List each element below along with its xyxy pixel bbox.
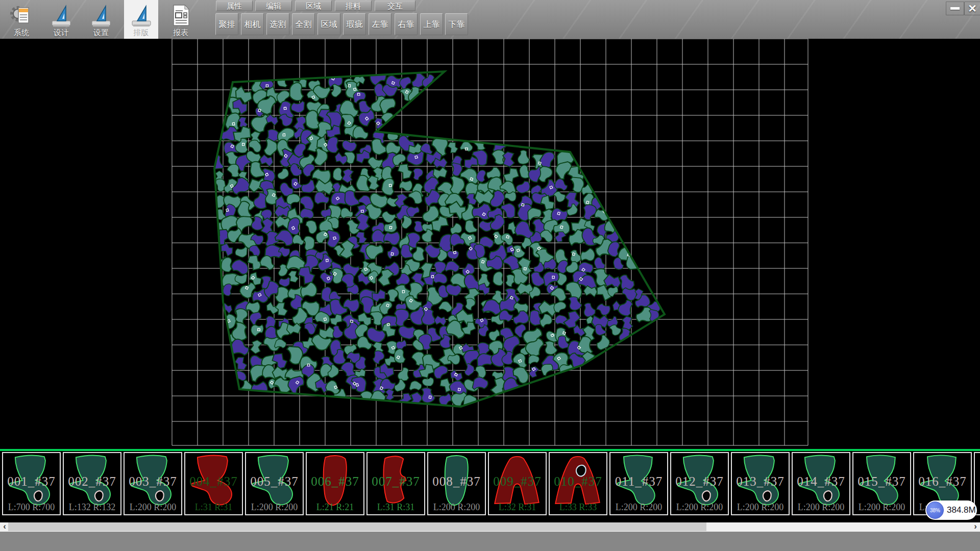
memory-indicator[interactable]: 38% 384.8M <box>925 500 977 520</box>
close-button[interactable]: ✕ <box>964 2 980 15</box>
part-shape <box>733 454 788 513</box>
minimize-button[interactable] <box>946 2 964 15</box>
part-shape <box>308 454 362 513</box>
thumbnail-cell[interactable]: 013_#37L:200 R:200 <box>731 452 790 515</box>
part-shape <box>490 454 545 513</box>
close-icon: ✕ <box>968 3 977 15</box>
application-window: 系统 设计 设置 <box>0 0 980 551</box>
part-shape <box>611 454 666 513</box>
tool-cut-all[interactable]: 全割 <box>292 13 315 35</box>
tool-align-right[interactable]: 右靠 <box>395 13 418 35</box>
menu-edit[interactable]: 编辑 <box>255 1 292 11</box>
thumbnail-cell[interactable]: 005_#37L:200 R:200 <box>245 452 304 515</box>
nav-settings-button[interactable]: 设置 <box>85 0 117 39</box>
thumbnail-cell[interactable]: 014_#37L:200 R:200 <box>792 452 850 515</box>
nav-nesting-label: 排版 <box>134 29 149 37</box>
part-shape <box>247 454 302 513</box>
design-ruler-icon <box>50 3 72 29</box>
thumbnail-cell[interactable]: 003_#37L:200 R:200 <box>124 452 182 515</box>
nav-nesting-button[interactable]: 排版 <box>124 0 158 39</box>
thumbnail-cell[interactable]: 001_#37L:700 R:700 <box>2 452 61 515</box>
minimize-icon <box>950 7 960 10</box>
scroll-right-arrow-icon[interactable]: › <box>971 522 979 531</box>
menu-interactive[interactable]: 交互 <box>375 1 415 11</box>
thumbnail-cell[interactable]: 002_#37L:132 R:132 <box>63 452 121 515</box>
thumbnail-cell[interactable]: 010_#37L:33 R:33 <box>549 452 607 515</box>
nav-system-button[interactable]: 系统 <box>5 0 38 39</box>
progress-badge: 38% <box>926 502 944 519</box>
thumbnail-cell[interactable]: 008_#37L:200 R:200 <box>427 452 486 515</box>
tool-align-bottom[interactable]: 下靠 <box>445 13 468 35</box>
tool-align-left[interactable]: 左靠 <box>369 13 391 35</box>
scroll-left-arrow-icon[interactable]: ‹ <box>1 522 9 531</box>
nav-design-button[interactable]: 设计 <box>45 0 78 39</box>
nav-report-label: 报表 <box>173 29 188 37</box>
gear-system-icon <box>10 3 33 29</box>
thumbnail-cell[interactable]: 004_#37L:31 R:31 <box>184 452 243 515</box>
part-shape <box>369 454 423 513</box>
thumbnail-cell[interactable]: 012_#37L:200 R:200 <box>670 452 729 515</box>
part-shape <box>126 454 180 513</box>
progress-percent: 38% <box>930 508 940 513</box>
part-shape <box>551 454 605 513</box>
nav-system-label: 系统 <box>14 29 29 37</box>
thumbnail-cell[interactable]: 007_#37L:31 R:31 <box>366 452 425 515</box>
thumbnail-cell[interactable]: 006_#37L:21 R:21 <box>306 452 364 515</box>
menu-region[interactable]: 区域 <box>295 1 332 11</box>
tool-defect[interactable]: 瑕疵 <box>343 13 366 35</box>
menu-properties[interactable]: 属性 <box>216 1 253 11</box>
toolbar: 系统 设计 设置 <box>0 0 980 39</box>
part-thumbnail-strip: 001_#37L:700 R:700002_#37L:132 R:132003_… <box>0 451 980 518</box>
tool-align-top[interactable]: 上靠 <box>420 13 443 35</box>
settings-ruler-icon <box>90 3 112 29</box>
tool-region[interactable]: 区域 <box>317 13 340 35</box>
part-shape <box>65 454 119 513</box>
thumbnail-cell[interactable]: 009_#37L:32 R:31 <box>488 452 547 515</box>
part-shape <box>186 454 241 513</box>
nav-settings-label: 设置 <box>93 29 109 37</box>
nesting-ruler-icon <box>130 3 153 29</box>
thumbnail-cell[interactable]: 011_#37L:200 R:200 <box>609 452 668 515</box>
thumbnail-cell[interactable]: 015_#37L:200 R:200 <box>852 452 911 515</box>
part-shape <box>854 454 909 513</box>
part-shape <box>794 454 848 513</box>
nav-report-button[interactable]: 报表 <box>164 0 197 39</box>
report-document-icon <box>169 3 192 29</box>
part-shape <box>429 454 484 513</box>
scrollbar-thumb[interactable] <box>8 522 706 531</box>
status-bar <box>0 531 980 551</box>
part-shape <box>4 454 59 513</box>
horizontal-scrollbar[interactable]: ‹ › <box>0 522 980 531</box>
tool-cluster-nest[interactable]: 聚排 <box>215 13 238 35</box>
part-shape <box>672 454 727 513</box>
part-shape <box>976 454 980 513</box>
nested-parts <box>209 70 661 412</box>
memory-value: 384.8M <box>947 500 976 520</box>
tool-camera[interactable]: 相机 <box>241 13 264 35</box>
menu-nesting[interactable]: 排料 <box>335 1 372 11</box>
nav-design-label: 设计 <box>54 29 69 37</box>
tool-select-cut[interactable]: 选割 <box>266 13 289 35</box>
